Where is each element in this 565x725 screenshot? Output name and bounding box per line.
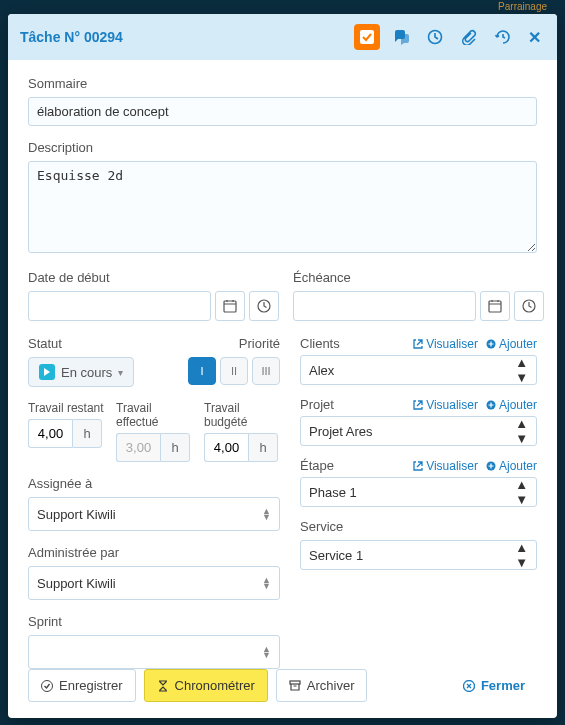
plus-circle-icon xyxy=(486,339,496,349)
close-button[interactable]: ✕ xyxy=(524,28,545,47)
assigned-to-label: Assignée à xyxy=(28,476,280,491)
work-remaining-group: Travail restant h xyxy=(28,401,104,462)
work-done-label: Travail effectué xyxy=(116,401,192,429)
project-label: Projet xyxy=(300,397,334,412)
sort-icon: ▲▼ xyxy=(262,646,271,658)
sprint-group: Sprint ▲▼ xyxy=(28,614,280,669)
external-link-icon xyxy=(413,339,423,349)
step-view-link[interactable]: Visualiser xyxy=(413,459,478,473)
project-group: Projet Visualiser Ajouter Projet Ares ▲▼ xyxy=(300,397,537,446)
calendar-icon xyxy=(488,299,502,313)
start-date-group: Date de début xyxy=(28,270,279,322)
status-value: En cours xyxy=(61,365,112,380)
svg-rect-2 xyxy=(224,301,236,312)
admin-by-label: Administrée par xyxy=(28,545,280,560)
sprint-label: Sprint xyxy=(28,614,280,629)
assigned-to-select[interactable]: Support Kiwili ▲▼ xyxy=(28,497,280,531)
tab-comments[interactable] xyxy=(388,24,414,50)
sort-icon: ▲▼ xyxy=(515,416,528,446)
start-date-label: Date de début xyxy=(28,270,279,285)
priority-3[interactable]: III xyxy=(252,357,280,385)
step-add-link[interactable]: Ajouter xyxy=(486,459,537,473)
work-unit: h xyxy=(160,433,190,462)
start-date-time[interactable] xyxy=(249,291,279,321)
plus-circle-icon xyxy=(486,400,496,410)
work-done-group: Travail effectué h xyxy=(116,401,192,462)
tab-history[interactable] xyxy=(490,24,516,50)
times-circle-icon xyxy=(463,680,475,692)
admin-by-group: Administrée par Support Kiwili ▲▼ xyxy=(28,545,280,600)
status-group: Statut En cours ▾ xyxy=(28,336,134,387)
summary-input[interactable] xyxy=(28,97,537,126)
work-unit: h xyxy=(248,433,278,462)
history-icon xyxy=(495,29,511,45)
timer-button[interactable]: Chronométrer xyxy=(144,669,268,702)
clients-add-link[interactable]: Ajouter xyxy=(486,337,537,351)
work-unit: h xyxy=(72,419,102,448)
sort-icon: ▲▼ xyxy=(515,477,528,507)
left-column: Statut En cours ▾ Priorité I II III xyxy=(28,336,280,669)
clients-group: Clients Visualiser Ajouter Alex ▲▼ xyxy=(300,336,537,385)
sort-icon: ▲▼ xyxy=(262,508,271,520)
status-select[interactable]: En cours ▾ xyxy=(28,357,134,387)
checkbox-icon xyxy=(359,29,375,45)
work-remaining-label: Travail restant xyxy=(28,401,104,415)
sort-icon: ▲▼ xyxy=(262,577,271,589)
svg-rect-4 xyxy=(489,301,501,312)
sort-icon: ▲▼ xyxy=(515,540,528,570)
form-columns: Statut En cours ▾ Priorité I II III xyxy=(28,336,537,669)
project-add-link[interactable]: Ajouter xyxy=(486,398,537,412)
priority-label: Priorité xyxy=(188,336,280,351)
description-textarea[interactable]: Esquisse 2d xyxy=(28,161,537,253)
archive-icon xyxy=(289,680,301,692)
step-label: Étape xyxy=(300,458,334,473)
dates-row: Date de début Échéance Notification ⓘ xyxy=(28,270,537,322)
due-date-time[interactable] xyxy=(514,291,544,321)
work-remaining-input[interactable] xyxy=(28,419,72,448)
description-label: Description xyxy=(28,140,537,155)
external-link-icon xyxy=(413,400,423,410)
archive-button[interactable]: Archiver xyxy=(276,669,368,702)
work-budget-label: Travail budgété xyxy=(204,401,280,429)
admin-by-select[interactable]: Support Kiwili ▲▼ xyxy=(28,566,280,600)
hourglass-icon xyxy=(157,680,169,692)
play-icon xyxy=(39,364,55,380)
clock-icon xyxy=(522,299,536,313)
work-budget-input[interactable] xyxy=(204,433,248,462)
work-row: Travail restant h Travail effectué h xyxy=(28,401,280,462)
service-value: Service 1 xyxy=(309,548,363,563)
summary-label: Sommaire xyxy=(28,76,537,91)
close-footer-button[interactable]: Fermer xyxy=(451,670,537,701)
start-date-input[interactable] xyxy=(28,291,211,321)
tab-attachments[interactable] xyxy=(456,24,482,50)
step-select[interactable]: Phase 1 ▲▼ xyxy=(300,477,537,507)
start-date-calendar[interactable] xyxy=(215,291,245,321)
project-value: Projet Ares xyxy=(309,424,373,439)
tab-details[interactable] xyxy=(354,24,380,50)
tab-time[interactable] xyxy=(422,24,448,50)
due-date-input[interactable] xyxy=(293,291,476,321)
external-link-icon xyxy=(413,461,423,471)
due-date-label: Échéance xyxy=(293,270,544,285)
modal-body: Sommaire Description Esquisse 2d Date de… xyxy=(8,60,557,669)
background-text: Parrainage xyxy=(498,1,547,12)
right-column: Clients Visualiser Ajouter Alex ▲▼ Proje… xyxy=(300,336,537,669)
clients-select[interactable]: Alex ▲▼ xyxy=(300,355,537,385)
clock-icon xyxy=(427,29,443,45)
clients-label: Clients xyxy=(300,336,340,351)
save-button[interactable]: Enregistrer xyxy=(28,669,136,702)
project-select[interactable]: Projet Ares ▲▼ xyxy=(300,416,537,446)
due-date-group: Échéance xyxy=(293,270,544,322)
priority-2[interactable]: II xyxy=(220,357,248,385)
project-view-link[interactable]: Visualiser xyxy=(413,398,478,412)
step-group: Étape Visualiser Ajouter Phase 1 ▲▼ xyxy=(300,458,537,507)
service-select[interactable]: Service 1 ▲▼ xyxy=(300,540,537,570)
task-modal: Tâche N° 00294 ✕ Sommaire xyxy=(8,14,557,718)
sprint-select[interactable]: ▲▼ xyxy=(28,635,280,669)
due-date-calendar[interactable] xyxy=(480,291,510,321)
header-tabs: ✕ xyxy=(354,24,545,50)
admin-by-value: Support Kiwili xyxy=(37,576,116,591)
chevron-down-icon: ▾ xyxy=(118,367,123,378)
priority-1[interactable]: I xyxy=(188,357,216,385)
clients-view-link[interactable]: Visualiser xyxy=(413,337,478,351)
